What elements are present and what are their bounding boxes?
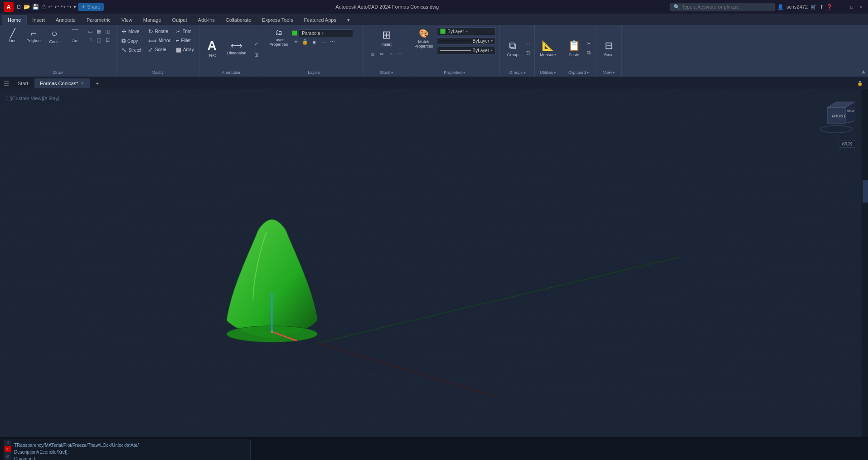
color-layer-button[interactable]: ■ [310, 38, 318, 46]
arc-button[interactable]: ⌒ Arc [65, 27, 85, 44]
scale-button[interactable]: ⤢ Scale [146, 45, 173, 54]
svg-line-25 [0, 89, 544, 203]
insert-button[interactable]: ⊞ Insert [377, 27, 397, 48]
stretch-icon: ⤡ [121, 47, 126, 53]
doc-tab-formas[interactable]: Formas Conicas* ✕ [34, 78, 89, 88]
block-attdef-button[interactable]: ≡ [387, 50, 395, 58]
doc-tab-new[interactable]: + [91, 78, 104, 88]
copy-clipboard-button[interactable]: ⧉ [585, 49, 593, 57]
trim-button[interactable]: ✂ Trim [174, 27, 196, 36]
freeze-layer-button[interactable]: ☀ [292, 38, 300, 46]
fillet-button[interactable]: ⌐ Fillet [174, 36, 196, 45]
linetype-layer-button[interactable]: — [319, 38, 327, 46]
paste-button[interactable]: 📋 Paste [564, 39, 584, 58]
help-icon[interactable]: ❓ [826, 4, 833, 10]
hamburger-icon[interactable]: ☰ [4, 80, 10, 87]
lineweight-preview [440, 50, 470, 51]
search-box[interactable]: 🔍 [670, 3, 775, 11]
insert-icon: ⊞ [382, 29, 391, 41]
mirror-button[interactable]: ⟺ Mirror [146, 36, 173, 45]
table-button[interactable]: ⊞ [251, 50, 261, 60]
lock-drawing-icon[interactable]: 🔒 [855, 79, 864, 87]
base-button[interactable]: ⊟ Base [599, 39, 619, 58]
nav-cube[interactable]: FRONT RIGHT [818, 98, 854, 135]
wipeout-button[interactable]: ⊡ [103, 36, 112, 44]
polyline-button[interactable]: ⌐ Polyline [24, 27, 44, 44]
undo-icon[interactable]: ↩ [48, 4, 53, 10]
tab-addins[interactable]: Add-ins [193, 15, 220, 25]
tab-featured[interactable]: Featured Apps [298, 15, 342, 25]
maximize-button[interactable]: □ [848, 3, 855, 10]
tab-home[interactable]: Home [2, 15, 27, 25]
svg-line-3 [0, 239, 868, 293]
stretch-button[interactable]: ⤡ Stretch [119, 46, 145, 54]
tab-collaborate[interactable]: Collaborate [220, 15, 257, 25]
rotate-button[interactable]: ↻ Rotate [146, 27, 173, 36]
close-panel-button[interactable]: × [5, 446, 11, 452]
tab-annotate[interactable]: Annotate [50, 15, 81, 25]
svg-line-29 [91, 203, 868, 429]
cart-icon[interactable]: 🛒 [810, 4, 817, 10]
gradient-button[interactable]: ◫ [103, 27, 112, 35]
search-input[interactable] [682, 4, 763, 10]
region-button[interactable]: ◫ [95, 36, 103, 44]
layer-properties-button[interactable]: 🗂 LayerProperties [267, 27, 290, 48]
cut-button[interactable]: ✂ [585, 40, 593, 48]
block-create-button[interactable]: ⧈ [369, 50, 377, 58]
text-button[interactable]: A Text [202, 38, 222, 59]
share-button[interactable]: ✈ Share [78, 3, 104, 11]
new-icon[interactable]: 🗋 [16, 4, 22, 10]
block-group-arrow: ▾ [391, 71, 393, 75]
dimension-button[interactable]: ⟷ Dimension [225, 40, 249, 57]
ribbon-collapse-button[interactable]: ▲ [859, 25, 868, 77]
app-logo[interactable]: A [4, 2, 14, 12]
update-icon[interactable]: ⬆ [820, 4, 824, 10]
line-button[interactable]: ╱ Line [3, 27, 23, 44]
doc-tab-start[interactable]: Start [12, 78, 34, 88]
lineweight-dropdown[interactable]: ByLayer ▾ [437, 47, 496, 54]
leader-button[interactable]: ↙ [251, 39, 261, 48]
array-button[interactable]: ▦ Array [174, 45, 196, 54]
save-icon[interactable]: 💾 [32, 4, 39, 10]
tab-insert[interactable]: Insert [27, 15, 50, 25]
measure-button[interactable]: 📐 Measure [538, 39, 558, 58]
dropdown-arrow-icon[interactable]: ▾ [73, 4, 76, 10]
tab-parametric[interactable]: Parametric [81, 15, 116, 25]
linetype-dropdown[interactable]: ByLayer ▾ [437, 37, 496, 45]
open-icon[interactable]: 📂 [24, 4, 30, 10]
block-editor-button[interactable]: ✏ [378, 50, 386, 58]
color-dropdown[interactable]: ByLayer ▾ [437, 27, 496, 35]
vertical-scrollbar[interactable] [862, 89, 868, 437]
scrollbar-thumb[interactable] [863, 180, 868, 203]
svg-line-20 [544, 112, 868, 429]
doc-tab-close[interactable]: ✕ [81, 81, 84, 86]
redo-icon[interactable]: ↪ [61, 4, 65, 10]
copy-button[interactable]: ⧉ Copy [119, 36, 145, 45]
tab-view[interactable]: View [116, 15, 138, 25]
ungroup-button[interactable]: ◫ [524, 49, 532, 57]
close-button[interactable]: × [857, 3, 864, 10]
grip-icon[interactable]: ⠿ [6, 441, 9, 445]
layer-dropdown[interactable]: Parabola ▾ [299, 29, 353, 37]
lock-layer-button[interactable]: 🔒 [301, 38, 309, 46]
print-icon[interactable]: 🖨 [41, 4, 46, 10]
tab-manage[interactable]: Manage [138, 15, 167, 25]
hatch-button[interactable]: ▦ [95, 27, 103, 35]
undo2-icon[interactable]: ↩ [54, 4, 59, 10]
tab-more[interactable]: ▾ [342, 15, 355, 25]
circle-button[interactable]: ○ Circle [44, 27, 64, 45]
block-more-button[interactable]: ⋯ [396, 50, 404, 58]
rectangle-button[interactable]: ▭ [86, 27, 94, 35]
group-button[interactable]: ⧉ Group [503, 39, 523, 58]
minimize-button[interactable]: − [839, 3, 846, 10]
tab-output[interactable]: Output [167, 15, 193, 25]
match-properties-button[interactable]: 🎨 MatchProperties [412, 27, 435, 50]
tab-express[interactable]: Express Tools [257, 15, 298, 25]
layer-more-button[interactable]: ⋯ [328, 38, 336, 46]
group-more-button[interactable]: ⋯ [524, 40, 532, 48]
settings-icon[interactable]: ⚙ [6, 454, 10, 459]
boundary-button[interactable]: ◻ [86, 36, 94, 44]
redo2-icon[interactable]: ↪ [67, 4, 72, 10]
block-group-label: Block [380, 69, 390, 76]
move-button[interactable]: ✛ Move [119, 27, 145, 36]
